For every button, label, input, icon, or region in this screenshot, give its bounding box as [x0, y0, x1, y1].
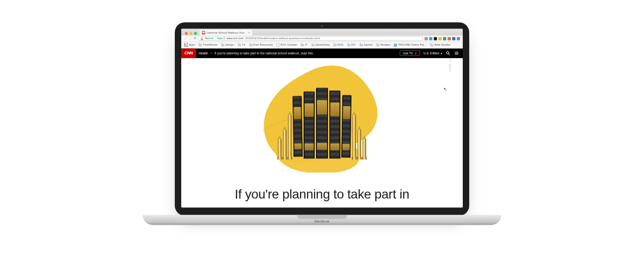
apps-grid-icon [184, 43, 188, 47]
menu-icon[interactable] [454, 51, 459, 55]
apps-shortcut[interactable]: Apps [184, 43, 195, 47]
url-host: www.cnn.com [227, 37, 244, 40]
extension-icon[interactable] [429, 37, 432, 40]
book-icon [316, 88, 328, 158]
window-minimize-icon[interactable] [190, 32, 192, 35]
bookmark-item[interactable]: SavedGetty [311, 43, 330, 46]
nav-back-icon[interactable]: ← [184, 37, 187, 40]
article-page: CNN ILLUSTRATION/GETTY IMAGES ↖ If you'r… [181, 58, 463, 207]
extension-icon[interactable] [443, 37, 446, 40]
live-tv-button[interactable]: Live TV [400, 50, 420, 56]
folder-icon [311, 44, 315, 46]
book-icon [329, 90, 340, 158]
bookmark-label: TV [242, 43, 246, 46]
tab-title: National School Walkout: Kno [207, 31, 245, 34]
live-dot-icon [414, 52, 417, 54]
browser-tab[interactable]: National School Walkout: Kno × [200, 29, 252, 35]
bullet-icon [283, 129, 287, 158]
bookmark-item[interactable]: Bible Studies [430, 43, 450, 46]
edition-picker[interactable]: U.S. Edition ▾ [424, 52, 442, 55]
bookmarks-bar: Apps TimeWarner Design TV Free Resources… [181, 42, 463, 48]
bookmark-item[interactable]: EDU [334, 43, 344, 46]
bullet-icon [357, 129, 361, 158]
bookmark-item[interactable]: Aquent [360, 43, 373, 46]
svg-point-0 [447, 52, 449, 54]
extension-icon[interactable] [448, 37, 451, 40]
url-separator: | [215, 37, 216, 40]
site-header: CNN Health » If you're planning to take … [181, 48, 463, 58]
bookmark-label: Recipes [380, 43, 391, 46]
extension-icons [425, 37, 460, 40]
folder-icon [199, 44, 202, 46]
search-icon[interactable] [446, 51, 450, 55]
folder-icon [249, 44, 253, 46]
macbook-brand-label: MacBook [315, 220, 330, 223]
bookmark-item[interactable]: Design [221, 43, 234, 46]
mouse-cursor-icon: ↖ [443, 87, 447, 92]
folder-icon [301, 44, 304, 46]
header-actions: Live TV U.S. Edition ▾ [396, 48, 463, 58]
book-icon [341, 95, 351, 158]
page-icon [276, 43, 279, 47]
macbook-frame: National School Walkout: Kno × ← → ⟳ 🔒 S… [175, 22, 469, 216]
bookmark-item[interactable]: TimeWarner [199, 43, 218, 46]
breadcrumb-title[interactable]: If you're planning to take part in the n… [214, 52, 313, 55]
svg-line-1 [448, 54, 450, 55]
books-and-bullets [278, 88, 366, 158]
macbook-mockup: National School Walkout: Kno × ← → ⟳ 🔒 S… [175, 22, 469, 225]
nav-forward-icon[interactable]: → [189, 37, 192, 40]
window-zoom-icon[interactable] [194, 32, 197, 35]
bookmark-label: SVG Crowbar [280, 43, 297, 46]
book-icon [304, 91, 315, 158]
extension-icon[interactable] [438, 37, 442, 40]
folder-icon [376, 44, 380, 46]
live-tv-label: Live TV [403, 52, 413, 55]
bookmark-label: TRICARE Online Pat… [398, 43, 426, 46]
hero-illustration [239, 62, 405, 172]
bookmark-item[interactable]: SVG Crowbar [276, 43, 297, 47]
bookmark-label: SavedGetty [316, 43, 330, 46]
url-path: /2018/03/12/health/student-walkout-quest… [245, 37, 320, 40]
edition-label: U.S. Edition [424, 52, 439, 55]
bookmark-label: TimeWarner [203, 43, 218, 46]
bookmark-item[interactable]: DIY [347, 43, 356, 46]
bookmark-item[interactable]: TRICARE Online Pat… [394, 43, 426, 47]
bookmark-item[interactable]: IT [301, 43, 307, 46]
macbook-base: MacBook [143, 215, 501, 225]
tab-favicon-icon [202, 31, 205, 34]
browser-toolbar: ← → ⟳ 🔒 Secure | https://www.cnn.com/201… [181, 35, 463, 42]
bullet-icon [362, 138, 366, 158]
macbook-screen: National School Walkout: Kno × ← → ⟳ 🔒 S… [181, 29, 463, 207]
cnn-logo[interactable]: CNN [181, 48, 196, 58]
bookmark-label: DIY [351, 43, 356, 46]
browser-tabstrip: National School Walkout: Kno × [181, 29, 463, 35]
profile-icon[interactable] [452, 37, 455, 40]
window-close-icon[interactable] [185, 32, 188, 35]
extension-icon[interactable] [434, 37, 437, 40]
bullet-icon [278, 138, 282, 158]
lock-icon: 🔒 [200, 37, 203, 40]
bookmark-item[interactable]: Free Resources [249, 43, 273, 46]
bookmark-label: IT [305, 43, 307, 46]
bookmark-label: Free Resources [253, 43, 273, 46]
bullet-icon [288, 114, 292, 158]
tab-close-icon[interactable]: × [248, 31, 250, 34]
window-controls[interactable] [184, 32, 200, 35]
address-bar[interactable]: 🔒 Secure | https://www.cnn.com/2018/03/1… [198, 36, 423, 41]
folder-icon [430, 44, 433, 46]
bookmark-label: EDU [338, 43, 344, 46]
folder-icon [221, 44, 224, 46]
nav-reload-icon[interactable]: ⟳ [194, 36, 196, 40]
section-link[interactable]: Health [199, 52, 208, 55]
secure-label: Secure [205, 37, 213, 40]
bookmark-label: Aquent [364, 43, 373, 46]
breadcrumb: Health » If you're planning to take part… [196, 48, 396, 58]
bookmark-item[interactable]: TV [238, 43, 246, 46]
breadcrumb-sep: » [210, 52, 212, 55]
macbook-notch [297, 215, 347, 219]
bookmark-item[interactable]: Recipes [376, 43, 391, 46]
folder-icon [238, 44, 241, 46]
bookmark-star-icon[interactable] [425, 37, 428, 40]
chrome-menu-icon[interactable] [457, 37, 460, 40]
url-protocol: https:// [217, 37, 225, 40]
